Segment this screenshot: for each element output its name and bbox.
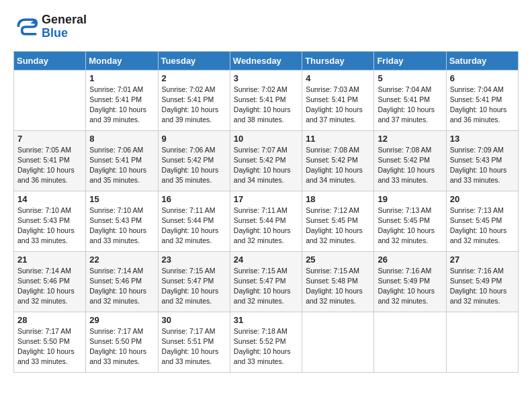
calendar-cell: 11Sunrise: 7:08 AM Sunset: 5:42 PM Dayli… (302, 130, 374, 191)
day-info: Sunrise: 7:06 AM Sunset: 5:42 PM Dayligh… (162, 145, 226, 186)
day-info: Sunrise: 7:14 AM Sunset: 5:46 PM Dayligh… (17, 266, 82, 307)
calendar-cell: 13Sunrise: 7:09 AM Sunset: 5:43 PM Dayli… (446, 130, 518, 191)
day-number: 16 (162, 194, 226, 204)
logo: General Blue (13, 13, 87, 40)
calendar-cell: 3Sunrise: 7:02 AM Sunset: 5:41 PM Daylig… (230, 70, 302, 130)
day-number: 31 (234, 315, 298, 325)
calendar-cell: 25Sunrise: 7:15 AM Sunset: 5:48 PM Dayli… (302, 251, 374, 312)
day-info: Sunrise: 7:05 AM Sunset: 5:41 PM Dayligh… (17, 145, 82, 186)
calendar-cell: 2Sunrise: 7:02 AM Sunset: 5:41 PM Daylig… (158, 70, 230, 130)
day-number: 3 (234, 73, 298, 83)
day-info: Sunrise: 7:17 AM Sunset: 5:50 PM Dayligh… (89, 326, 154, 367)
day-number: 4 (306, 73, 370, 83)
day-info: Sunrise: 7:08 AM Sunset: 5:42 PM Dayligh… (306, 145, 370, 186)
day-info: Sunrise: 7:17 AM Sunset: 5:51 PM Dayligh… (162, 326, 226, 367)
calendar-cell: 15Sunrise: 7:10 AM Sunset: 5:43 PM Dayli… (86, 191, 158, 251)
day-info: Sunrise: 7:04 AM Sunset: 5:41 PM Dayligh… (378, 85, 442, 126)
day-number: 7 (17, 134, 82, 144)
page-header: General Blue (13, 13, 519, 40)
day-info: Sunrise: 7:18 AM Sunset: 5:52 PM Dayligh… (234, 326, 298, 367)
day-number: 14 (17, 194, 82, 204)
week-row-5: 28Sunrise: 7:17 AM Sunset: 5:50 PM Dayli… (14, 312, 519, 372)
day-number: 23 (162, 255, 226, 265)
day-number: 25 (306, 255, 370, 265)
day-number: 1 (89, 73, 154, 83)
day-number: 11 (306, 134, 370, 144)
calendar-cell: 12Sunrise: 7:08 AM Sunset: 5:42 PM Dayli… (374, 130, 446, 191)
day-number: 29 (89, 315, 154, 325)
weekday-header-thursday: Thursday (302, 51, 374, 70)
day-info: Sunrise: 7:10 AM Sunset: 5:43 PM Dayligh… (17, 205, 82, 246)
day-info: Sunrise: 7:06 AM Sunset: 5:41 PM Dayligh… (89, 145, 154, 186)
calendar-cell: 1Sunrise: 7:01 AM Sunset: 5:41 PM Daylig… (86, 70, 158, 130)
calendar-cell: 21Sunrise: 7:14 AM Sunset: 5:46 PM Dayli… (14, 251, 86, 312)
day-info: Sunrise: 7:15 AM Sunset: 5:48 PM Dayligh… (306, 266, 370, 307)
calendar-cell: 22Sunrise: 7:14 AM Sunset: 5:46 PM Dayli… (86, 251, 158, 312)
calendar-cell: 6Sunrise: 7:04 AM Sunset: 5:41 PM Daylig… (446, 70, 518, 130)
calendar-cell (446, 312, 518, 372)
day-info: Sunrise: 7:04 AM Sunset: 5:41 PM Dayligh… (450, 85, 515, 126)
weekday-header-sunday: Sunday (14, 51, 86, 70)
calendar-table: SundayMondayTuesdayWednesdayThursdayFrid… (13, 51, 519, 373)
calendar-cell: 26Sunrise: 7:16 AM Sunset: 5:49 PM Dayli… (374, 251, 446, 312)
calendar-cell: 14Sunrise: 7:10 AM Sunset: 5:43 PM Dayli… (14, 191, 86, 251)
day-number: 21 (17, 255, 82, 265)
week-row-3: 14Sunrise: 7:10 AM Sunset: 5:43 PM Dayli… (14, 191, 519, 251)
calendar-cell: 5Sunrise: 7:04 AM Sunset: 5:41 PM Daylig… (374, 70, 446, 130)
calendar-cell: 16Sunrise: 7:11 AM Sunset: 5:44 PM Dayli… (158, 191, 230, 251)
day-number: 13 (450, 134, 515, 144)
day-info: Sunrise: 7:01 AM Sunset: 5:41 PM Dayligh… (89, 85, 154, 126)
week-row-4: 21Sunrise: 7:14 AM Sunset: 5:46 PM Dayli… (14, 251, 519, 312)
day-number: 22 (89, 255, 154, 265)
week-row-2: 7Sunrise: 7:05 AM Sunset: 5:41 PM Daylig… (14, 130, 519, 191)
day-number: 5 (378, 73, 442, 83)
day-info: Sunrise: 7:13 AM Sunset: 5:45 PM Dayligh… (450, 205, 515, 246)
day-info: Sunrise: 7:07 AM Sunset: 5:42 PM Dayligh… (234, 145, 298, 186)
weekday-header-saturday: Saturday (446, 51, 518, 70)
day-info: Sunrise: 7:12 AM Sunset: 5:45 PM Dayligh… (306, 205, 370, 246)
calendar-cell: 9Sunrise: 7:06 AM Sunset: 5:42 PM Daylig… (158, 130, 230, 191)
logo-text: General Blue (42, 13, 87, 40)
calendar-cell: 4Sunrise: 7:03 AM Sunset: 5:41 PM Daylig… (302, 70, 374, 130)
week-row-1: 1Sunrise: 7:01 AM Sunset: 5:41 PM Daylig… (14, 70, 519, 130)
calendar-cell: 23Sunrise: 7:15 AM Sunset: 5:47 PM Dayli… (158, 251, 230, 312)
logo-icon (13, 15, 38, 39)
calendar-cell: 27Sunrise: 7:16 AM Sunset: 5:49 PM Dayli… (446, 251, 518, 312)
day-number: 30 (162, 315, 226, 325)
calendar-cell: 10Sunrise: 7:07 AM Sunset: 5:42 PM Dayli… (230, 130, 302, 191)
calendar-cell: 28Sunrise: 7:17 AM Sunset: 5:50 PM Dayli… (14, 312, 86, 372)
day-number: 10 (234, 134, 298, 144)
calendar-cell: 19Sunrise: 7:13 AM Sunset: 5:45 PM Dayli… (374, 191, 446, 251)
day-info: Sunrise: 7:09 AM Sunset: 5:43 PM Dayligh… (450, 145, 515, 186)
day-info: Sunrise: 7:15 AM Sunset: 5:47 PM Dayligh… (162, 266, 226, 307)
weekday-header-friday: Friday (374, 51, 446, 70)
day-number: 28 (17, 315, 82, 325)
weekday-header-tuesday: Tuesday (158, 51, 230, 70)
day-number: 9 (162, 134, 226, 144)
day-info: Sunrise: 7:02 AM Sunset: 5:41 PM Dayligh… (234, 85, 298, 126)
day-info: Sunrise: 7:02 AM Sunset: 5:41 PM Dayligh… (162, 85, 226, 126)
weekday-header-wednesday: Wednesday (230, 51, 302, 70)
weekday-header-row: SundayMondayTuesdayWednesdayThursdayFrid… (14, 51, 519, 70)
calendar-cell: 8Sunrise: 7:06 AM Sunset: 5:41 PM Daylig… (86, 130, 158, 191)
calendar-cell: 17Sunrise: 7:11 AM Sunset: 5:44 PM Dayli… (230, 191, 302, 251)
day-number: 12 (378, 134, 442, 144)
day-info: Sunrise: 7:16 AM Sunset: 5:49 PM Dayligh… (450, 266, 515, 307)
day-info: Sunrise: 7:13 AM Sunset: 5:45 PM Dayligh… (378, 205, 442, 246)
day-number: 17 (234, 194, 298, 204)
day-number: 18 (306, 194, 370, 204)
day-info: Sunrise: 7:08 AM Sunset: 5:42 PM Dayligh… (378, 145, 442, 186)
day-info: Sunrise: 7:11 AM Sunset: 5:44 PM Dayligh… (234, 205, 298, 246)
day-number: 26 (378, 255, 442, 265)
day-info: Sunrise: 7:14 AM Sunset: 5:46 PM Dayligh… (89, 266, 154, 307)
calendar-cell (14, 70, 86, 130)
day-number: 15 (89, 194, 154, 204)
day-info: Sunrise: 7:17 AM Sunset: 5:50 PM Dayligh… (17, 326, 82, 367)
calendar-cell: 31Sunrise: 7:18 AM Sunset: 5:52 PM Dayli… (230, 312, 302, 372)
weekday-header-monday: Monday (86, 51, 158, 70)
day-info: Sunrise: 7:10 AM Sunset: 5:43 PM Dayligh… (89, 205, 154, 246)
calendar-cell: 20Sunrise: 7:13 AM Sunset: 5:45 PM Dayli… (446, 191, 518, 251)
calendar-cell: 30Sunrise: 7:17 AM Sunset: 5:51 PM Dayli… (158, 312, 230, 372)
day-number: 19 (378, 194, 442, 204)
day-number: 8 (89, 134, 154, 144)
